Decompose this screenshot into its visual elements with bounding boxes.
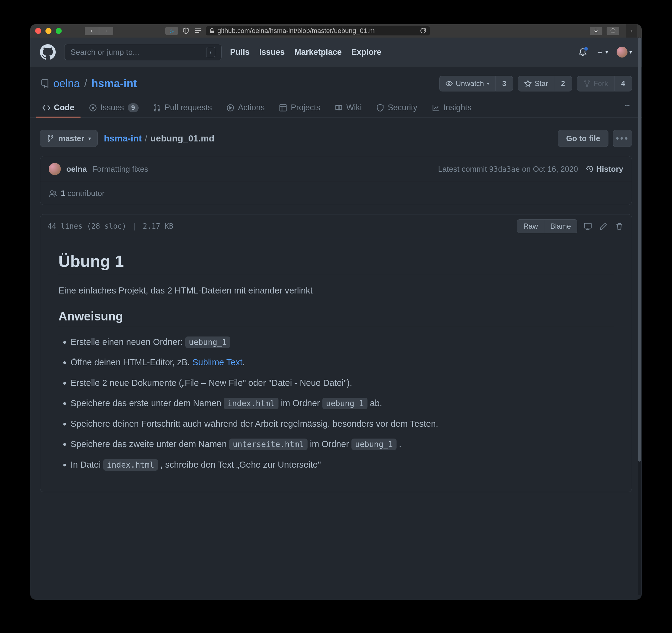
md-link-sublime[interactable]: Sublime Text xyxy=(192,357,242,367)
unwatch-button[interactable]: Unwatch ▾ xyxy=(439,76,496,91)
share-icon[interactable]: ⓘ xyxy=(607,27,619,35)
delete-icon[interactable] xyxy=(614,221,624,231)
md-heading-1: Übung 1 xyxy=(58,252,614,275)
site-header: Search or jump to... / Pulls Issues Mark… xyxy=(30,38,642,67)
svg-point-7 xyxy=(586,85,587,87)
svg-point-10 xyxy=(154,104,156,106)
reload-icon[interactable] xyxy=(420,28,426,34)
star-count[interactable]: 2 xyxy=(554,76,572,91)
fork-count[interactable]: 4 xyxy=(615,76,632,91)
primary-nav: Pulls Issues Marketplace Explore xyxy=(230,48,381,57)
breadcrumb-file: uebung_01.md xyxy=(150,133,215,144)
breadcrumb: hsma-int / uebung_01.md xyxy=(104,133,214,144)
address-bar[interactable]: github.com/oelna/hsma-int/blob/master/ue… xyxy=(206,26,430,36)
svg-point-4 xyxy=(448,83,450,85)
minimize-window-button[interactable] xyxy=(45,28,51,34)
file-view: 44 lines (28 sloc) | 2.17 KB Raw Blame xyxy=(40,214,632,492)
branch-select-button[interactable]: master ▾ xyxy=(40,130,98,147)
github-logo-icon[interactable] xyxy=(40,44,56,60)
unwatch-label: Unwatch xyxy=(456,79,484,88)
tab-insights[interactable]: Insights xyxy=(426,99,478,118)
commit-author[interactable]: oelna xyxy=(66,164,87,174)
path-separator: / xyxy=(84,77,87,90)
branch-name: master xyxy=(58,134,84,143)
repo-name-link[interactable]: hsma-int xyxy=(91,77,137,90)
url-text: github.com/oelna/hsma-int/blob/master/ue… xyxy=(217,27,417,35)
breadcrumb-root[interactable]: hsma-int xyxy=(104,133,142,144)
inline-code: index.html xyxy=(103,459,158,471)
avatar xyxy=(617,47,627,57)
back-button[interactable]: ‹ xyxy=(85,27,99,35)
shield-icon[interactable] xyxy=(182,27,190,35)
inline-code: uebung_1 xyxy=(352,439,397,450)
tab-code[interactable]: Code xyxy=(36,99,80,118)
nav-pulls[interactable]: Pulls xyxy=(230,48,250,57)
issues-count: 9 xyxy=(128,103,139,112)
repo-header: oelna / hsma-int Unwatch ▾ 3 Star xyxy=(30,67,642,91)
nav-explore[interactable]: Explore xyxy=(352,48,381,57)
file-navigation: master ▾ hsma-int / uebung_01.md Go to f… xyxy=(30,118,642,147)
commit-author-avatar[interactable] xyxy=(49,163,61,175)
nav-marketplace[interactable]: Marketplace xyxy=(294,48,342,57)
history-link[interactable]: History xyxy=(586,164,623,174)
reader-icon[interactable] xyxy=(194,27,202,35)
list-item: Speichere das erste unter dem Namen inde… xyxy=(71,397,614,410)
repo-tabs: Code Issues 9 Pull requests Actions Proj… xyxy=(30,91,642,118)
list-item: Speichere deinen Fortschritt auch währen… xyxy=(71,417,614,431)
create-new-button[interactable]: ＋▾ xyxy=(596,46,608,58)
search-hotkey: / xyxy=(206,47,215,57)
inline-code: index.html xyxy=(224,398,279,409)
inline-code: uebung_1 xyxy=(185,336,230,348)
list-item: Speichere das zweite unter dem Namen unt… xyxy=(71,438,614,451)
window-controls xyxy=(35,28,62,34)
inline-code: unterseite.html xyxy=(229,439,308,450)
browser-toolbar: ‹ › ◎ github.com/oelna/hsma-int/blob/mas… xyxy=(30,24,642,38)
maximize-window-button[interactable] xyxy=(56,28,62,34)
svg-point-19 xyxy=(48,140,50,141)
tab-projects[interactable]: Projects xyxy=(273,99,326,118)
svg-rect-21 xyxy=(584,223,592,228)
latest-commit-box: oelna Formatting fixes Latest commit 93d… xyxy=(40,156,632,205)
forward-button[interactable]: › xyxy=(99,27,113,35)
edit-icon[interactable] xyxy=(598,221,609,231)
lock-icon xyxy=(210,28,214,33)
raw-button[interactable]: Raw xyxy=(517,219,544,233)
user-menu[interactable]: ▾ xyxy=(617,47,632,57)
tab-pull-requests[interactable]: Pull requests xyxy=(147,99,218,118)
close-window-button[interactable] xyxy=(35,28,41,34)
commit-message[interactable]: Formatting fixes xyxy=(92,164,148,174)
nav-issues[interactable]: Issues xyxy=(259,48,285,57)
tabs-overflow-button[interactable]: ••• xyxy=(618,99,636,118)
new-tab-button[interactable]: ＋ xyxy=(626,24,637,38)
tab-security[interactable]: Security xyxy=(370,99,424,118)
tab-actions[interactable]: Actions xyxy=(220,99,271,118)
file-lines: 44 lines (28 sloc) xyxy=(48,222,126,231)
desktop-icon[interactable] xyxy=(583,221,593,231)
blame-button[interactable]: Blame xyxy=(544,219,577,233)
svg-rect-3 xyxy=(210,30,214,33)
star-button[interactable]: Star xyxy=(518,76,554,91)
list-item: Erstelle 2 neue Dokumente („File – New F… xyxy=(71,376,614,390)
repo-owner-link[interactable]: oelna xyxy=(53,77,80,90)
notifications-button[interactable] xyxy=(578,48,587,56)
downloads-icon[interactable] xyxy=(590,27,602,35)
notification-badge xyxy=(584,46,589,51)
svg-point-12 xyxy=(158,109,160,111)
privacy-report-icon[interactable]: ◎ xyxy=(165,27,178,35)
svg-point-18 xyxy=(52,135,53,137)
list-item: Erstelle einen neuen Ordner: uebung_1 xyxy=(71,335,614,349)
list-item: Öffne deinen HTML-Editor, zB. Sublime Te… xyxy=(71,356,614,369)
scrollbar-thumb[interactable] xyxy=(638,38,641,462)
search-input[interactable]: Search or jump to... / xyxy=(64,44,222,60)
file-actions-overflow[interactable]: ••• xyxy=(613,130,632,147)
tab-issues[interactable]: Issues 9 xyxy=(83,99,145,118)
fork-button[interactable]: Fork xyxy=(577,76,615,91)
svg-point-20 xyxy=(51,190,53,193)
go-to-file-button[interactable]: Go to file xyxy=(558,130,608,147)
people-icon xyxy=(49,189,57,198)
commit-sha[interactable]: 93da3ae xyxy=(489,165,520,173)
tab-wiki[interactable]: Wiki xyxy=(329,99,368,118)
watch-count[interactable]: 3 xyxy=(496,76,513,91)
file-stats: 44 lines (28 sloc) | 2.17 KB xyxy=(48,222,173,231)
commit-date: Oct 16, 2020 xyxy=(533,164,578,173)
